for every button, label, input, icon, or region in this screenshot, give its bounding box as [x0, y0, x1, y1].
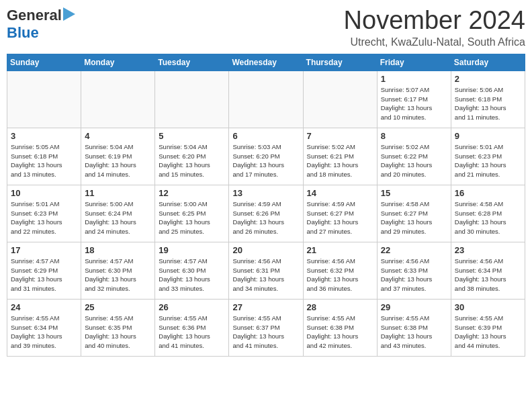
day-info: Sunrise: 4:56 AM Sunset: 6:32 PM Dayligh… [307, 257, 373, 293]
day-info: Sunrise: 5:04 AM Sunset: 6:19 PM Dayligh… [85, 142, 151, 179]
logo: General Blue [7, 7, 75, 42]
day-number: 23 [455, 245, 521, 255]
day-info: Sunrise: 4:55 AM Sunset: 6:37 PM Dayligh… [232, 314, 299, 351]
calendar-cell: 5Sunrise: 5:04 AM Sunset: 6:20 PM Daylig… [155, 128, 229, 185]
day-info: Sunrise: 5:01 AM Sunset: 6:23 PM Dayligh… [455, 142, 521, 179]
calendar-cell: 9Sunrise: 5:01 AM Sunset: 6:23 PM Daylig… [451, 128, 525, 185]
day-info: Sunrise: 4:55 AM Sunset: 6:39 PM Dayligh… [455, 314, 521, 351]
day-info: Sunrise: 4:56 AM Sunset: 6:31 PM Dayligh… [232, 257, 299, 293]
calendar-cell: 4Sunrise: 5:04 AM Sunset: 6:19 PM Daylig… [81, 128, 155, 185]
day-number: 1 [381, 74, 447, 84]
day-info: Sunrise: 4:59 AM Sunset: 6:26 PM Dayligh… [232, 199, 299, 236]
day-number: 14 [307, 188, 373, 198]
day-info: Sunrise: 4:55 AM Sunset: 6:38 PM Dayligh… [381, 314, 447, 351]
day-info: Sunrise: 5:00 AM Sunset: 6:25 PM Dayligh… [159, 199, 225, 236]
calendar-cell [155, 71, 229, 128]
calendar-cell: 1Sunrise: 5:07 AM Sunset: 6:17 PM Daylig… [377, 71, 451, 128]
day-number: 3 [11, 131, 77, 141]
day-number: 28 [307, 302, 373, 312]
day-number: 24 [11, 302, 77, 312]
col-header-monday: Monday [81, 54, 155, 71]
col-header-tuesday: Tuesday [155, 54, 229, 71]
day-number: 10 [11, 188, 77, 198]
calendar-cell: 2Sunrise: 5:06 AM Sunset: 6:18 PM Daylig… [451, 71, 525, 128]
calendar-week-4: 17Sunrise: 4:57 AM Sunset: 6:29 PM Dayli… [7, 242, 525, 299]
location-subtitle: Utrecht, KwaZulu-Natal, South Africa [344, 36, 525, 48]
calendar-cell: 30Sunrise: 4:55 AM Sunset: 6:39 PM Dayli… [451, 299, 525, 356]
calendar-cell: 8Sunrise: 5:02 AM Sunset: 6:22 PM Daylig… [377, 128, 451, 185]
calendar-week-3: 10Sunrise: 5:01 AM Sunset: 6:23 PM Dayli… [7, 185, 525, 242]
calendar-cell: 24Sunrise: 4:55 AM Sunset: 6:34 PM Dayli… [7, 299, 81, 356]
day-info: Sunrise: 4:57 AM Sunset: 6:30 PM Dayligh… [85, 257, 151, 293]
day-number: 19 [159, 245, 225, 255]
calendar-cell [303, 71, 377, 128]
calendar-cell [7, 71, 81, 128]
day-number: 16 [455, 188, 521, 198]
calendar-cell: 15Sunrise: 4:58 AM Sunset: 6:27 PM Dayli… [377, 185, 451, 242]
calendar-cell: 27Sunrise: 4:55 AM Sunset: 6:37 PM Dayli… [229, 299, 303, 356]
col-header-thursday: Thursday [303, 54, 377, 71]
col-header-sunday: Sunday [7, 54, 81, 71]
calendar-cell: 18Sunrise: 4:57 AM Sunset: 6:30 PM Dayli… [81, 242, 155, 299]
calendar-week-5: 24Sunrise: 4:55 AM Sunset: 6:34 PM Dayli… [7, 299, 525, 356]
day-info: Sunrise: 4:55 AM Sunset: 6:34 PM Dayligh… [11, 314, 77, 351]
day-number: 21 [307, 245, 373, 255]
day-number: 29 [381, 302, 447, 312]
day-info: Sunrise: 4:55 AM Sunset: 6:35 PM Dayligh… [85, 314, 151, 351]
day-number: 30 [455, 302, 521, 312]
day-number: 15 [381, 188, 447, 198]
day-info: Sunrise: 5:00 AM Sunset: 6:24 PM Dayligh… [85, 199, 151, 236]
calendar-week-1: 1Sunrise: 5:07 AM Sunset: 6:17 PM Daylig… [7, 71, 525, 128]
month-title: November 2024 [344, 7, 525, 35]
day-number: 7 [307, 131, 373, 141]
calendar-cell: 13Sunrise: 4:59 AM Sunset: 6:26 PM Dayli… [229, 185, 303, 242]
calendar-cell: 10Sunrise: 5:01 AM Sunset: 6:23 PM Dayli… [7, 185, 81, 242]
page-header: General Blue November 2024 Utrecht, KwaZ… [7, 7, 525, 48]
day-info: Sunrise: 4:55 AM Sunset: 6:38 PM Dayligh… [307, 314, 373, 351]
day-number: 18 [85, 245, 151, 255]
calendar-week-2: 3Sunrise: 5:05 AM Sunset: 6:18 PM Daylig… [7, 128, 525, 185]
calendar-cell: 19Sunrise: 4:57 AM Sunset: 6:30 PM Dayli… [155, 242, 229, 299]
day-number: 9 [455, 131, 521, 141]
day-number: 20 [232, 245, 299, 255]
day-info: Sunrise: 5:06 AM Sunset: 6:18 PM Dayligh… [455, 85, 521, 122]
calendar-cell: 23Sunrise: 4:56 AM Sunset: 6:34 PM Dayli… [451, 242, 525, 299]
col-header-friday: Friday [377, 54, 451, 71]
day-info: Sunrise: 5:01 AM Sunset: 6:23 PM Dayligh… [11, 199, 77, 236]
day-number: 26 [159, 302, 225, 312]
calendar-cell: 3Sunrise: 5:05 AM Sunset: 6:18 PM Daylig… [7, 128, 81, 185]
calendar-cell: 20Sunrise: 4:56 AM Sunset: 6:31 PM Dayli… [229, 242, 303, 299]
day-info: Sunrise: 4:56 AM Sunset: 6:34 PM Dayligh… [455, 257, 521, 293]
day-info: Sunrise: 4:56 AM Sunset: 6:33 PM Dayligh… [381, 257, 447, 293]
day-info: Sunrise: 4:57 AM Sunset: 6:30 PM Dayligh… [159, 257, 225, 293]
calendar-cell: 28Sunrise: 4:55 AM Sunset: 6:38 PM Dayli… [303, 299, 377, 356]
day-number: 8 [381, 131, 447, 141]
day-number: 4 [85, 131, 151, 141]
day-info: Sunrise: 4:58 AM Sunset: 6:28 PM Dayligh… [455, 199, 521, 236]
calendar-cell: 25Sunrise: 4:55 AM Sunset: 6:35 PM Dayli… [81, 299, 155, 356]
day-info: Sunrise: 4:58 AM Sunset: 6:27 PM Dayligh… [381, 199, 447, 236]
svg-marker-0 [63, 7, 75, 21]
calendar-cell: 12Sunrise: 5:00 AM Sunset: 6:25 PM Dayli… [155, 185, 229, 242]
calendar-cell: 17Sunrise: 4:57 AM Sunset: 6:29 PM Dayli… [7, 242, 81, 299]
day-number: 11 [85, 188, 151, 198]
day-number: 17 [11, 245, 77, 255]
col-header-saturday: Saturday [451, 54, 525, 71]
logo-blue: Blue [7, 24, 39, 41]
day-info: Sunrise: 5:04 AM Sunset: 6:20 PM Dayligh… [159, 142, 225, 179]
calendar-cell: 26Sunrise: 4:55 AM Sunset: 6:36 PM Dayli… [155, 299, 229, 356]
calendar-cell: 6Sunrise: 5:03 AM Sunset: 6:20 PM Daylig… [229, 128, 303, 185]
day-info: Sunrise: 4:55 AM Sunset: 6:36 PM Dayligh… [159, 314, 225, 351]
logo-arrow-icon [63, 7, 75, 24]
calendar-header-row: SundayMondayTuesdayWednesdayThursdayFrid… [7, 54, 525, 71]
day-info: Sunrise: 5:07 AM Sunset: 6:17 PM Dayligh… [381, 85, 447, 122]
day-number: 12 [159, 188, 225, 198]
calendar-table: SundayMondayTuesdayWednesdayThursdayFrid… [7, 54, 525, 357]
day-number: 27 [232, 302, 299, 312]
day-number: 6 [232, 131, 299, 141]
calendar-cell: 14Sunrise: 4:59 AM Sunset: 6:27 PM Dayli… [303, 185, 377, 242]
calendar-cell: 16Sunrise: 4:58 AM Sunset: 6:28 PM Dayli… [451, 185, 525, 242]
calendar-cell: 21Sunrise: 4:56 AM Sunset: 6:32 PM Dayli… [303, 242, 377, 299]
day-info: Sunrise: 5:03 AM Sunset: 6:20 PM Dayligh… [232, 142, 299, 179]
day-number: 13 [232, 188, 299, 198]
